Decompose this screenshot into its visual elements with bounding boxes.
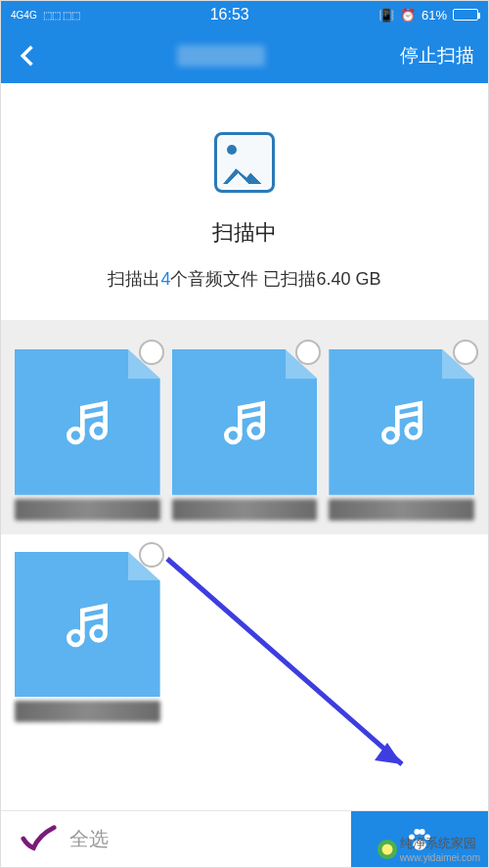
file-item[interactable] <box>15 349 160 521</box>
file-item[interactable] <box>15 552 160 723</box>
select-all-button[interactable]: 全选 <box>1 825 351 854</box>
music-note-icon <box>375 394 429 449</box>
file-name-label <box>15 701 160 722</box>
scan-status: 扫描中 扫描出4个音频文件 已扫描6.40 GB <box>1 83 488 320</box>
alarm-icon: ⏰ <box>400 8 416 23</box>
audio-file-icon <box>329 349 474 495</box>
select-all-label: 全选 <box>69 826 109 852</box>
audio-file-icon <box>172 349 318 495</box>
audio-file-icon <box>15 349 160 495</box>
watermark: 纯净系统家园 www.yidaimei.com <box>377 835 480 863</box>
stop-scan-button[interactable]: 停止扫描 <box>400 43 474 69</box>
file-checkbox[interactable] <box>453 340 478 365</box>
scan-count: 4 <box>160 269 170 289</box>
file-checkbox[interactable] <box>295 340 321 365</box>
svg-point-16 <box>381 844 392 854</box>
file-checkbox[interactable] <box>139 542 164 568</box>
status-bar: 4G4G⬚⬚ ⬚⬚ 16:53 📳 ⏰ 61% <box>1 1 488 28</box>
status-right: 📳 ⏰ 61% <box>378 8 478 23</box>
watermark-logo-icon <box>377 839 398 860</box>
svg-point-12 <box>420 829 425 835</box>
scan-description: 扫描出4个音频文件 已扫描6.40 GB <box>21 267 468 291</box>
audio-file-icon <box>15 552 160 698</box>
header-title <box>42 45 400 67</box>
svg-point-11 <box>414 829 420 835</box>
file-grid-row-2 <box>1 534 488 737</box>
app-header: 停止扫描 <box>1 28 488 83</box>
scan-title: 扫描中 <box>21 218 468 248</box>
battery-pct: 61% <box>422 8 447 23</box>
file-name-label <box>15 499 160 521</box>
file-grid-row-1 <box>1 320 488 534</box>
scan-size: 6.40 GB <box>316 269 380 289</box>
file-checkbox[interactable] <box>139 340 164 365</box>
music-note-icon <box>60 394 114 449</box>
battery-icon <box>453 9 478 21</box>
scan-image-icon <box>214 132 275 193</box>
file-name-label <box>329 499 474 521</box>
svg-marker-9 <box>375 743 402 764</box>
vibrate-icon: 📳 <box>378 8 394 23</box>
file-item[interactable] <box>329 349 474 521</box>
file-name-label <box>172 499 318 521</box>
checkmark-icon <box>21 825 58 854</box>
status-time: 16:53 <box>210 6 249 23</box>
back-button[interactable] <box>15 42 42 69</box>
music-note-icon <box>60 597 114 652</box>
file-item[interactable] <box>172 349 318 521</box>
status-signal: 4G4G⬚⬚ ⬚⬚ <box>11 10 80 21</box>
music-note-icon <box>217 394 272 449</box>
